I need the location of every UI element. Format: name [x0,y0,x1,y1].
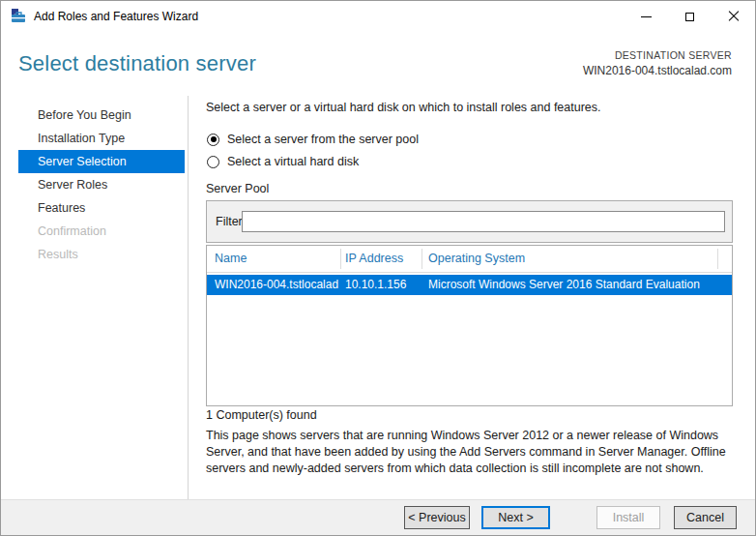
cancel-button[interactable]: Cancel [674,506,737,529]
radio-option-server-pool[interactable]: Select a server from the server pool [207,132,419,147]
wizard-steps-sidebar: Before You Begin Installation Type Serve… [1,104,188,266]
column-divider [340,249,341,269]
column-header-name[interactable]: Name [215,246,336,272]
next-button[interactable]: Next > [481,506,550,529]
maximize-button[interactable] [668,1,712,32]
cell-server-os: Microsoft Windows Server 2016 Standard E… [428,275,730,295]
sidebar-item-server-roles[interactable]: Server Roles [18,173,185,196]
sidebar-item-installation-type[interactable]: Installation Type [18,127,185,150]
filter-input[interactable] [242,211,725,232]
sidebar-divider [188,96,189,499]
minimize-icon [641,16,652,17]
column-header-ip-address[interactable]: IP Address [345,246,419,272]
server-manager-toolbox-icon [11,9,26,24]
server-pool-table: Name IP Address Operating System WIN2016… [206,245,733,406]
computers-found-count: 1 Computer(s) found [206,408,317,422]
add-roles-and-features-wizard-window: Add Roles and Features Wizard Select des… [0,0,756,536]
table-row-selected-server[interactable]: WIN2016-004.tstlocalad.... 10.10.1.156 M… [207,275,732,295]
column-divider [422,249,422,269]
radio-button-unselected-icon[interactable] [207,156,219,168]
minimize-button[interactable] [625,1,668,32]
sidebar-item-before-you-begin[interactable]: Before You Begin [18,104,185,127]
server-pool-filter-groupbox: Filter: [206,200,733,243]
radio-label-server-pool: Select a server from the server pool [227,133,419,146]
server-pool-section-label: Server Pool [206,182,269,195]
radio-option-virtual-hard-disk[interactable]: Select a virtual hard disk [207,154,359,169]
cell-server-name: WIN2016-004.tstlocalad.... [215,275,338,295]
sidebar-item-features[interactable]: Features [18,196,185,220]
sidebar-item-results: Results [18,243,185,266]
sidebar-item-confirmation: Confirmation [18,220,185,243]
destination-server-value: WIN2016-004.tstlocalad.com [583,64,732,77]
radio-button-selected-icon[interactable] [207,134,219,146]
sidebar-item-server-selection[interactable]: Server Selection [18,150,185,173]
maximize-icon [685,13,694,21]
close-button[interactable] [712,1,755,32]
page-title: Select destination server [18,51,256,76]
radio-label-virtual-hard-disk: Select a virtual hard disk [227,155,359,168]
destination-server-block: DESTINATION SERVER WIN2016-004.tstlocala… [583,49,732,77]
table-header-row: Name IP Address Operating System [207,246,732,272]
install-button: Install [596,506,660,529]
cell-server-ip: 10.10.1.156 [345,275,422,295]
table-header-rule [207,272,732,273]
footer-button-bar: < Previous Next > Install Cancel [1,500,756,536]
title-bar: Add Roles and Features Wizard [1,1,755,32]
window-title: Add Roles and Features Wizard [34,1,198,32]
instruction-text: Select a server or a virtual hard disk o… [206,101,601,114]
page-description-text: This page shows servers that are running… [206,428,740,477]
destination-server-label: DESTINATION SERVER [583,49,732,61]
window-controls [625,1,755,32]
close-icon [728,11,740,22]
column-divider [717,249,718,269]
column-header-operating-system[interactable]: Operating System [428,246,714,272]
previous-button[interactable]: < Previous [404,506,470,529]
